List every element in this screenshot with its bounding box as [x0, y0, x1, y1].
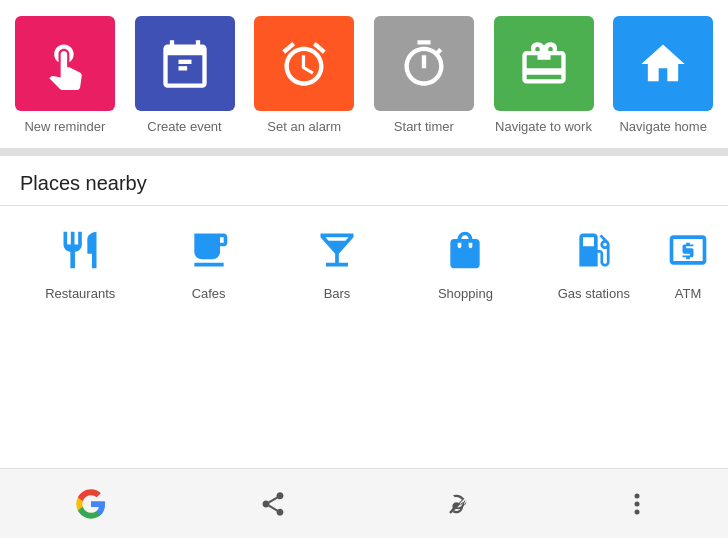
quick-action-create-event[interactable]: Create event [128, 16, 242, 136]
shopping-icon [437, 222, 493, 278]
svg-point-4 [635, 509, 640, 514]
places-nearby-title: Places nearby [0, 156, 728, 205]
share-icon [259, 490, 287, 518]
home-icon [637, 38, 689, 90]
place-atm[interactable]: ATM [658, 222, 718, 301]
quick-action-navigate-home[interactable]: Navigate home [606, 16, 720, 136]
create-event-label: Create event [147, 119, 221, 136]
restaurants-icon [52, 222, 108, 278]
bars-icon [309, 222, 365, 278]
svg-rect-1 [178, 66, 187, 70]
place-gas-stations[interactable]: Gas stations [530, 222, 658, 301]
set-alarm-label: Set an alarm [267, 119, 341, 136]
atm-label: ATM [675, 286, 701, 301]
quick-action-new-reminder[interactable]: New reminder [8, 16, 122, 136]
start-timer-label: Start timer [394, 119, 454, 136]
start-timer-icon-bg [374, 16, 474, 111]
reminder-icon [39, 38, 91, 90]
quick-action-set-alarm[interactable]: Set an alarm [247, 16, 361, 136]
section-divider [0, 148, 728, 156]
set-alarm-icon-bg [254, 16, 354, 111]
share-button[interactable] [243, 474, 303, 534]
touch-button[interactable] [425, 474, 485, 534]
gas-stations-icon [566, 222, 622, 278]
places-row: Restaurants Cafes Bars [0, 206, 728, 309]
shopping-bag-icon [443, 228, 487, 272]
navigate-home-icon-bg [613, 16, 713, 111]
calendar-icon [159, 38, 211, 90]
new-reminder-icon-bg [15, 16, 115, 111]
new-reminder-label: New reminder [24, 119, 105, 136]
bar-icon [315, 228, 359, 272]
bars-label: Bars [324, 286, 351, 301]
bottom-nav-bar [0, 468, 728, 538]
work-icon [518, 38, 570, 90]
cafes-label: Cafes [192, 286, 226, 301]
place-shopping[interactable]: Shopping [401, 222, 529, 301]
quick-action-start-timer[interactable]: Start timer [367, 16, 481, 136]
place-bars[interactable]: Bars [273, 222, 401, 301]
quick-action-navigate-work[interactable]: Navigate to work [487, 16, 601, 136]
place-cafes[interactable]: Cafes [144, 222, 272, 301]
svg-rect-0 [178, 59, 191, 63]
alarm-icon [278, 38, 330, 90]
place-restaurants[interactable]: Restaurants [16, 222, 144, 301]
cafes-icon [181, 222, 237, 278]
more-options-button[interactable] [607, 474, 667, 534]
google-button[interactable] [61, 474, 121, 534]
shopping-label: Shopping [438, 286, 493, 301]
gas-stations-label: Gas stations [558, 286, 630, 301]
atm-icon [660, 222, 716, 278]
quick-actions-card: New reminder Create event Set an alarm [0, 0, 728, 148]
navigate-home-label: Navigate home [619, 119, 706, 136]
svg-point-3 [635, 501, 640, 506]
timer-icon [398, 38, 450, 90]
google-g-icon [75, 488, 107, 520]
restaurant-icon [58, 228, 102, 272]
places-nearby-card: Places nearby Restaurants Cafes [0, 156, 728, 468]
create-event-icon-bg [135, 16, 235, 111]
atm-machine-icon [666, 228, 710, 272]
restaurants-label: Restaurants [45, 286, 115, 301]
gas-pump-icon [572, 228, 616, 272]
quick-actions-row: New reminder Create event Set an alarm [8, 16, 720, 136]
navigate-work-label: Navigate to work [495, 119, 592, 136]
cafe-icon [187, 228, 231, 272]
navigate-work-icon-bg [494, 16, 594, 111]
touch-icon [441, 490, 469, 518]
svg-point-2 [635, 493, 640, 498]
more-options-icon [634, 490, 640, 518]
